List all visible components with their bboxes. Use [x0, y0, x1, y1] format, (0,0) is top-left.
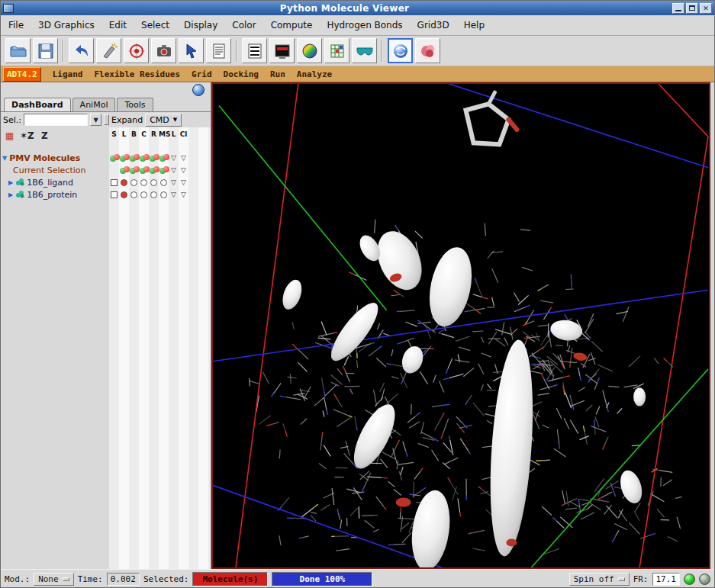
tree-label[interactable]: 1B6_ligand — [27, 178, 73, 188]
list-icon[interactable] — [242, 38, 267, 63]
minimize-button[interactable] — [672, 3, 684, 14]
tree-label[interactable]: 1B6_protein — [27, 190, 77, 200]
toggle-cell[interactable] — [109, 152, 119, 164]
toggle-cell[interactable] — [139, 164, 149, 176]
menu-hydrogen-bonds[interactable]: Hydrogen Bonds — [327, 20, 402, 31]
color-menu-cell[interactable]: ▽ — [179, 176, 188, 188]
color-menu-cell[interactable]: ▽ — [179, 152, 188, 164]
ribbon-toggle[interactable] — [149, 176, 159, 188]
save-icon[interactable] — [33, 38, 58, 63]
selection-input[interactable] — [24, 114, 88, 126]
menu-select[interactable]: Select — [141, 20, 169, 31]
surface-blob-icon[interactable] — [415, 38, 440, 63]
app-window: Python Molecule Viewer ✕ File 3D Graphic… — [0, 0, 715, 588]
spray-icon[interactable] — [96, 38, 121, 63]
toggle-cell[interactable] — [119, 164, 129, 176]
expand-arrow-icon[interactable]: ▼ — [2, 155, 7, 162]
menu-3d-graphics[interactable]: 3D Graphics — [38, 20, 95, 31]
adt-tab-flexible-residues[interactable]: Flexible Residues — [95, 69, 181, 79]
cpk-toggle[interactable] — [139, 176, 149, 188]
toolbar-separator — [236, 40, 237, 62]
tab-tools[interactable]: Tools — [117, 98, 153, 112]
triangle-down-icon: ▽ — [181, 155, 186, 162]
tab-animol[interactable]: AniMol — [72, 98, 116, 112]
tree-row-protein[interactable]: ▶ 1B6_protein — [1, 188, 109, 201]
mod-option-menu[interactable]: None — [34, 573, 74, 586]
cpk-toggle[interactable] — [139, 188, 149, 201]
tree-label[interactable]: Current Selection — [13, 165, 86, 175]
undo-arrow-icon[interactable] — [69, 38, 94, 63]
show-checkbox[interactable] — [109, 176, 119, 188]
menu-compute[interactable]: Compute — [271, 20, 313, 31]
maximize-button[interactable] — [686, 3, 698, 14]
toggle-cell[interactable] — [149, 164, 159, 176]
adt-tab-run[interactable]: Run — [270, 69, 285, 79]
color-menu-cell[interactable]: ▽ — [179, 164, 188, 176]
select-set-icon[interactable]: ▦ — [4, 130, 15, 141]
report-icon[interactable] — [206, 38, 231, 63]
cmd-option-menu[interactable]: CMD ▼ — [145, 114, 182, 127]
spin-value: Spin off — [574, 574, 614, 584]
menu-edit[interactable]: Edit — [109, 20, 127, 31]
msms-toggle[interactable] — [159, 188, 169, 201]
toggle-cell[interactable] — [159, 164, 169, 176]
rainbow-sphere-icon[interactable] — [297, 38, 322, 63]
close-button[interactable]: ✕ — [700, 3, 712, 14]
adt-tab-ligand[interactable]: Ligand — [53, 69, 83, 79]
collapse-arrow-icon[interactable]: ▶ — [8, 191, 13, 198]
toggle-cell[interactable] — [129, 164, 139, 176]
z-icon[interactable]: Z — [39, 130, 50, 141]
tab-dashboard[interactable]: DashBoard — [4, 98, 71, 112]
color-menu-cell[interactable]: ▽ — [179, 188, 188, 201]
lines-toggle[interactable] — [119, 188, 129, 201]
camera-icon[interactable] — [151, 38, 176, 63]
tree-row-pmv-molecules[interactable]: ▼ PMV Molecules — [1, 152, 109, 164]
cursor-icon[interactable] — [179, 38, 204, 63]
adt-tab-adt42[interactable]: ADT4.2 — [3, 67, 41, 82]
pmv-corner-icon[interactable] — [192, 84, 205, 96]
tree-row-current-selection[interactable]: Current Selection — [1, 164, 109, 176]
record-icon[interactable] — [269, 38, 295, 63]
toggle-cell[interactable] — [159, 152, 169, 164]
label-menu-cell[interactable]: ▽ — [169, 164, 179, 176]
show-checkbox[interactable] — [109, 188, 119, 201]
toggle-cell[interactable] — [119, 152, 129, 164]
toggle-cell[interactable] — [149, 152, 159, 164]
cmd-label: CMD — [150, 115, 169, 125]
label-star-z-icon[interactable]: ✶Z — [20, 130, 34, 141]
menu-color[interactable]: Color — [232, 20, 256, 31]
menu-file[interactable]: File — [8, 20, 24, 31]
pmv-sphere-icon[interactable] — [388, 38, 413, 63]
ribbon-toggle[interactable] — [149, 188, 159, 201]
lines-toggle[interactable] — [119, 176, 129, 188]
menu-help[interactable]: Help — [464, 20, 485, 31]
tree-row-ligand[interactable]: ▶ 1B6_ligand — [1, 176, 109, 188]
grid-tool-icon[interactable] — [324, 38, 349, 63]
molecule-icon — [15, 190, 24, 199]
3d-viewport[interactable] — [211, 82, 710, 569]
balls-toggle[interactable] — [129, 176, 139, 188]
menu-grid3d[interactable]: Grid3D — [417, 20, 449, 31]
selection-dropdown-button[interactable]: ▼ — [90, 114, 101, 126]
adt-tab-grid[interactable]: Grid — [192, 69, 212, 79]
adt-tab-analyze[interactable]: Analyze — [297, 69, 332, 79]
adt-tab-docking[interactable]: Docking — [224, 69, 259, 79]
stereo-glasses-icon[interactable] — [352, 38, 377, 63]
progress-bar: Done 100% — [272, 572, 372, 586]
collapse-arrow-icon[interactable]: ▶ — [8, 179, 13, 186]
label-menu-cell[interactable]: ▽ — [169, 188, 179, 201]
col-cpk: C — [139, 130, 149, 140]
menu-display[interactable]: Display — [184, 20, 217, 31]
msms-toggle[interactable] — [159, 176, 169, 188]
toggle-cell[interactable] — [139, 152, 149, 164]
target-icon[interactable] — [124, 38, 149, 63]
panel-tabs: DashBoard AniMol Tools — [4, 98, 211, 112]
balls-toggle[interactable] — [129, 188, 139, 201]
label-menu-cell[interactable]: ▽ — [169, 176, 179, 188]
tree-label[interactable]: PMV Molecules — [9, 153, 80, 163]
spin-option-menu[interactable]: Spin off — [569, 573, 630, 586]
panel-sash[interactable] — [104, 114, 109, 125]
open-icon[interactable] — [5, 38, 31, 63]
label-menu-cell[interactable]: ▽ — [169, 152, 179, 164]
toggle-cell[interactable] — [129, 152, 139, 164]
